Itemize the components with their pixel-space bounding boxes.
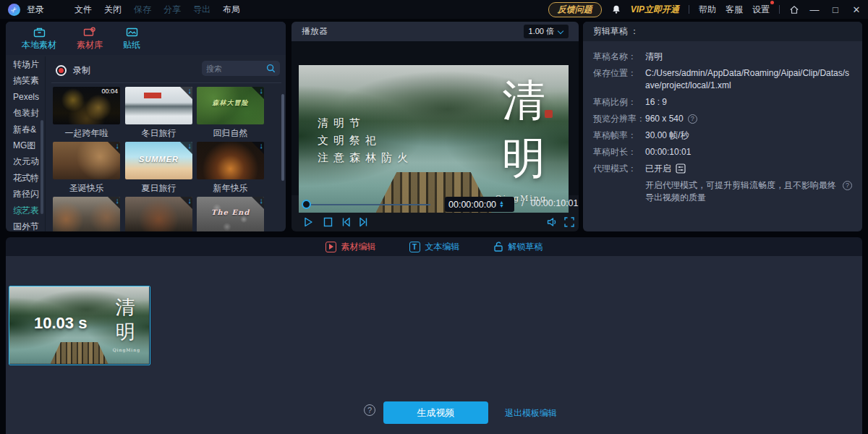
local-media-icon <box>33 27 46 38</box>
close-button[interactable]: ✕ <box>851 4 862 15</box>
fullscreen-icon[interactable] <box>563 216 575 228</box>
play-icon[interactable] <box>303 216 314 228</box>
download-icon[interactable]: ↓ <box>188 87 192 95</box>
category-newyear[interactable]: 新春& <box>6 122 45 137</box>
timecode-input[interactable]: 00:00:00:00 ▲▼ <box>445 197 514 212</box>
tab-unlock-draft[interactable]: 解锁草稿 <box>493 241 543 253</box>
menu-file[interactable]: 文件 <box>75 4 92 16</box>
maximize-button[interactable]: □ <box>830 4 841 15</box>
download-icon[interactable]: ↓ <box>260 87 264 95</box>
skip-end-icon[interactable] <box>358 216 369 228</box>
settings-button[interactable]: 设置 <box>752 4 770 16</box>
feedback-button[interactable]: 反馈问题 <box>548 2 602 17</box>
tab-stickers[interactable]: 贴纸 <box>123 27 140 51</box>
tab-text-edit[interactable]: T 文本编辑 <box>409 241 460 253</box>
tab-local-media[interactable]: 本地素材 <box>22 27 56 51</box>
category-anime[interactable]: 次元动 <box>6 153 45 169</box>
download-icon[interactable]: ↓ <box>188 142 192 150</box>
field-label: 草稿时长： <box>593 146 645 158</box>
help-icon[interactable]: ? <box>364 404 375 416</box>
video-title-calligraphy: 清明 <box>499 71 548 187</box>
field-duration: 草稿时长： 00:00:10:01 <box>593 146 852 158</box>
category-mg[interactable]: MG图 <box>6 137 45 153</box>
settings-label: 设置 <box>752 4 770 14</box>
category-funny[interactable]: 搞笑素 <box>6 72 45 88</box>
video-viewport: 清明节 文明祭祀 注意森林防火 清明 QingMing <box>292 41 579 195</box>
category-foreign[interactable]: 国外节 <box>6 218 45 231</box>
clip-thumbnail: 清明 QingMing 10.03 s <box>9 286 149 364</box>
minimize-button[interactable]: — <box>809 4 820 15</box>
search-input[interactable] <box>206 64 266 73</box>
vip-upgrade-button[interactable]: VIP立即开通 <box>631 4 679 16</box>
video-caption: 清明节 文明祭祀 注意森林防火 <box>318 114 413 166</box>
menu-share[interactable]: 分享 <box>163 4 181 16</box>
grid-scrollbar[interactable] <box>281 94 284 181</box>
category-pexels[interactable]: Pexels <box>6 89 45 105</box>
support-button[interactable]: 客服 <box>726 4 743 16</box>
notification-bell-icon[interactable] <box>611 4 621 14</box>
template-name: 回归自然 <box>197 127 264 140</box>
template-item[interactable]: The End ↓ <box>197 197 264 231</box>
proxy-settings-icon[interactable] <box>676 163 686 174</box>
help-button[interactable]: 帮助 <box>699 4 716 16</box>
download-icon[interactable]: ↓ <box>116 197 120 205</box>
template-item[interactable]: ↓ <box>197 142 264 179</box>
home-icon[interactable] <box>789 5 799 14</box>
category-packaging[interactable]: 包装封 <box>6 105 45 121</box>
spinner-arrows-icon[interactable]: ▲▼ <box>499 201 504 208</box>
help-icon[interactable]: ? <box>843 181 852 190</box>
stop-icon[interactable] <box>323 216 333 228</box>
download-icon[interactable]: ↓ <box>260 197 264 205</box>
template-name: 一起跨年啦 <box>53 127 120 140</box>
chevron-down-icon <box>558 29 563 35</box>
seek-track[interactable] <box>309 204 430 205</box>
menu-close[interactable]: 关闭 <box>104 4 122 16</box>
field-frame-rate: 草稿帧率： 30.00 帧/秒 <box>593 129 852 142</box>
category-effects[interactable]: 花式特 <box>6 170 45 186</box>
category-transitions[interactable]: 转场片 <box>6 56 45 72</box>
menu-export[interactable]: 导出 <box>193 4 210 16</box>
template-item[interactable]: ↓ <box>125 197 192 231</box>
exit-template-edit-link[interactable]: 退出模板编辑 <box>505 407 557 420</box>
total-time: 00:00:10:01 <box>530 198 578 208</box>
menu-save[interactable]: 保存 <box>134 4 151 16</box>
category-variety[interactable]: 综艺表 <box>6 203 45 218</box>
seek-handle[interactable] <box>302 200 311 209</box>
template-item[interactable]: ↓ <box>53 142 120 179</box>
template-item[interactable]: ↓ <box>53 197 120 231</box>
timeline-clip[interactable]: 清明 QingMing 10.03 s <box>9 286 150 365</box>
skip-start-icon[interactable] <box>341 216 352 228</box>
seek-bar: 00:00:00:00 ▲▼ / 00:00:10:01 <box>292 195 579 214</box>
field-proxy-mode: 代理模式： 已开启 <box>593 163 852 175</box>
unlock-icon <box>493 241 503 252</box>
sidebar-scrollbar[interactable] <box>41 120 43 214</box>
generate-video-button[interactable]: 生成视频 <box>383 401 488 424</box>
help-icon[interactable]: ? <box>688 114 697 124</box>
clip-subtitle: QingMing <box>113 347 140 352</box>
speed-value: 1.00 倍 <box>529 26 554 37</box>
template-item[interactable]: SUMMER ↓ <box>125 142 192 179</box>
template-item[interactable]: ↓ <box>125 87 192 124</box>
tab-label: 解锁草稿 <box>509 241 543 253</box>
video-frame[interactable]: 清明节 文明祭祀 注意森林防火 清明 QingMing <box>299 65 569 213</box>
download-icon[interactable]: ↓ <box>260 142 264 150</box>
download-icon[interactable]: ↓ <box>188 197 192 205</box>
playback-speed-dropdown[interactable]: 1.00 倍 <box>524 25 569 38</box>
login-button[interactable]: 登录 <box>27 4 44 16</box>
record-button[interactable]: 录制 <box>73 64 90 77</box>
tab-asset-library[interactable]: 素材库 <box>77 27 103 51</box>
category-sidebar: 转场片 搞笑素 Pexels 包装封 新春& MG图 次元动 花式特 路径闪 综… <box>6 56 45 231</box>
menu-layout[interactable]: 布局 <box>223 4 240 16</box>
search-icon[interactable] <box>266 64 276 73</box>
volume-icon[interactable] <box>546 216 558 228</box>
titlebar: ✂ 登录 文件 关闭 保存 分享 导出 布局 反馈问题 VIP立即开通 帮助 客… <box>0 0 868 19</box>
template-item[interactable]: 00:04 <box>53 87 120 124</box>
player-panel: 播放器 1.00 倍 清明节 文明祭祀 注意森林防火 清明 QingMing <box>292 22 579 231</box>
template-item[interactable]: 森林大冒险 ↓ <box>197 87 264 124</box>
category-path[interactable]: 路径闪 <box>6 186 45 202</box>
stickers-icon <box>126 27 138 38</box>
tab-label: 素材编辑 <box>341 241 376 253</box>
record-icon[interactable] <box>56 65 67 76</box>
tab-material-edit[interactable]: 素材编辑 <box>326 241 376 253</box>
download-icon[interactable]: ↓ <box>116 142 120 150</box>
